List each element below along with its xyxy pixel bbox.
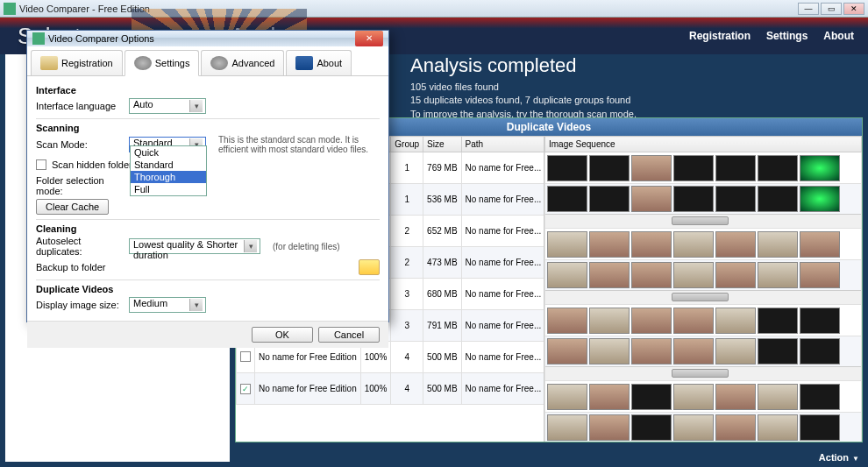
scrollbar-thumb[interactable] (672, 216, 729, 225)
video-thumbnail[interactable] (589, 308, 630, 334)
video-thumbnail[interactable] (589, 414, 630, 441)
video-thumbnail[interactable] (631, 308, 672, 334)
video-thumbnail[interactable] (758, 262, 798, 288)
video-thumbnail[interactable] (758, 155, 798, 181)
video-thumbnail[interactable] (715, 186, 756, 212)
action-menu[interactable]: Action▼ (819, 451, 859, 463)
video-thumbnail[interactable] (758, 384, 798, 410)
video-thumbnail[interactable] (547, 414, 587, 441)
dropdown-option[interactable]: Full (131, 183, 206, 195)
col-path[interactable]: Path (461, 137, 544, 152)
ok-button[interactable]: OK (252, 327, 313, 343)
tab-settings[interactable]: Settings (125, 50, 200, 76)
folder-browse-icon[interactable] (359, 259, 380, 275)
navlink-about[interactable]: About (823, 30, 854, 42)
dialog-titlebar[interactable]: Video Comparer Options ✕ (27, 31, 388, 46)
horizontal-scrollbar[interactable] (545, 290, 861, 304)
autoselect-select[interactable]: Lowest quality & Shorter duration (129, 238, 260, 254)
col-image-seq[interactable]: Image Sequence (545, 137, 862, 152)
duplicate-thumbnails[interactable]: Image Sequence (544, 136, 862, 442)
video-thumbnail[interactable] (800, 308, 840, 334)
video-thumbnail[interactable] (800, 262, 840, 288)
dropdown-option[interactable]: Thorough (131, 171, 206, 183)
video-thumbnail[interactable] (673, 308, 714, 334)
video-thumbnail[interactable] (589, 384, 630, 410)
cancel-button[interactable]: Cancel (318, 327, 380, 343)
video-thumbnail[interactable] (800, 231, 840, 258)
tab-advanced[interactable]: Advanced (201, 50, 284, 75)
video-thumbnail[interactable] (673, 262, 714, 288)
horizontal-scrollbar[interactable] (545, 214, 861, 228)
col-size[interactable]: Size (423, 137, 461, 152)
row-checkbox[interactable] (240, 384, 251, 394)
scrollbar-thumb[interactable] (672, 369, 729, 378)
video-thumbnail[interactable] (547, 384, 587, 410)
video-thumbnail[interactable] (631, 262, 672, 288)
video-thumbnail[interactable] (715, 262, 756, 288)
horizontal-scrollbar[interactable] (545, 366, 861, 380)
video-thumbnail[interactable] (547, 186, 587, 212)
window-titlebar: Video Comparer - Free Edition — ▭ ✕ (0, 0, 868, 18)
minimize-button[interactable]: — (798, 3, 819, 15)
video-thumbnail[interactable] (547, 308, 587, 334)
video-thumbnail[interactable] (673, 155, 714, 181)
video-thumbnail[interactable] (547, 231, 587, 258)
video-thumbnail[interactable] (631, 186, 672, 212)
language-select[interactable]: Auto (129, 98, 206, 114)
video-thumbnail[interactable] (800, 186, 840, 212)
video-thumbnail[interactable] (673, 231, 714, 258)
video-thumbnail[interactable] (758, 338, 798, 364)
scan-hidden-checkbox[interactable] (36, 159, 46, 170)
video-thumbnail[interactable] (758, 231, 798, 258)
tab-registration[interactable]: Registration (31, 50, 123, 75)
row-checkbox[interactable] (240, 351, 251, 362)
dialog-title-text: Video Comparer Options (48, 33, 355, 44)
video-thumbnail[interactable] (631, 231, 672, 258)
dropdown-option[interactable]: Quick (131, 146, 206, 159)
video-thumbnail[interactable] (631, 384, 672, 410)
video-thumbnail[interactable] (758, 308, 798, 334)
video-thumbnail[interactable] (800, 414, 840, 441)
navlink-settings[interactable]: Settings (766, 30, 808, 42)
video-thumbnail[interactable] (800, 338, 840, 364)
video-thumbnail[interactable] (547, 262, 587, 288)
cell-size: 680 MB (423, 279, 461, 310)
video-thumbnail[interactable] (589, 155, 630, 181)
scan-mode-dropdown[interactable]: QuickStandardThoroughFull (130, 145, 207, 196)
video-thumbnail[interactable] (547, 338, 587, 364)
video-thumbnail[interactable] (715, 308, 756, 334)
video-thumbnail[interactable] (673, 186, 714, 212)
dropdown-option[interactable]: Standard (131, 159, 206, 171)
video-thumbnail[interactable] (715, 384, 756, 410)
thumbnail-row (545, 260, 862, 305)
table-row[interactable]: No name for Free Edition100%4500 MBNo na… (237, 373, 545, 405)
video-thumbnail[interactable] (800, 384, 840, 410)
video-thumbnail[interactable] (631, 155, 672, 181)
video-thumbnail[interactable] (715, 414, 756, 441)
video-thumbnail[interactable] (715, 231, 756, 258)
video-thumbnail[interactable] (589, 231, 630, 258)
dialog-close-button[interactable]: ✕ (355, 31, 383, 46)
display-size-select[interactable]: Medium (129, 297, 206, 313)
video-thumbnail[interactable] (589, 186, 630, 212)
scrollbar-thumb[interactable] (672, 293, 729, 301)
video-thumbnail[interactable] (589, 262, 630, 288)
video-thumbnail[interactable] (589, 338, 630, 364)
video-thumbnail[interactable] (715, 338, 756, 364)
navlink-registration[interactable]: Registration (689, 30, 751, 42)
clear-cache-button[interactable]: Clear Cache (36, 199, 109, 215)
video-thumbnail[interactable] (631, 414, 672, 441)
video-thumbnail[interactable] (800, 155, 840, 181)
video-thumbnail[interactable] (673, 384, 714, 410)
maximize-button[interactable]: ▭ (821, 3, 842, 15)
video-thumbnail[interactable] (758, 414, 798, 441)
video-thumbnail[interactable] (673, 414, 714, 441)
video-thumbnail[interactable] (631, 338, 672, 364)
video-thumbnail[interactable] (715, 155, 756, 181)
col-group[interactable]: Group (391, 137, 423, 152)
tab-about[interactable]: About (286, 50, 352, 75)
video-thumbnail[interactable] (673, 338, 714, 364)
window-close-button[interactable]: ✕ (843, 3, 864, 15)
video-thumbnail[interactable] (758, 186, 798, 212)
video-thumbnail[interactable] (547, 155, 587, 181)
